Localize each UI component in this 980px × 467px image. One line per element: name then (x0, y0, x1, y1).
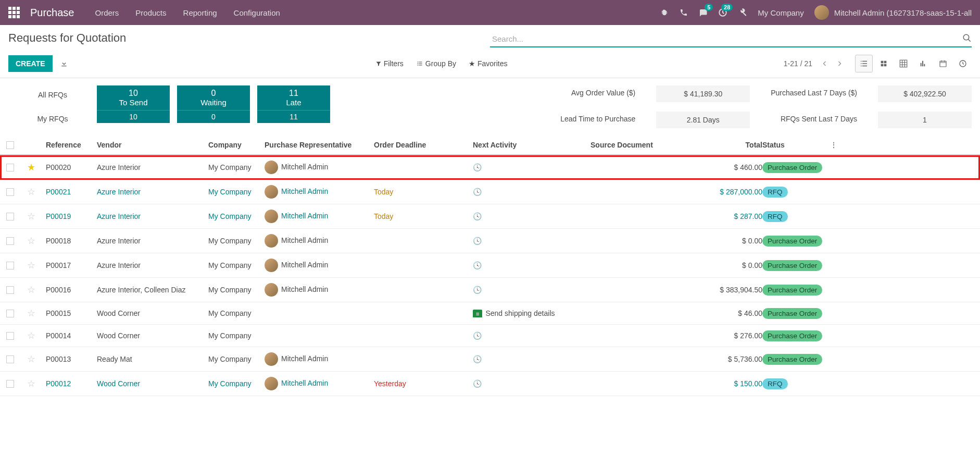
cell-vendor[interactable]: Wood Corner (97, 309, 208, 317)
col-vendor[interactable]: Vendor (97, 141, 208, 149)
groupby-button[interactable]: Group By (416, 59, 456, 68)
nav-orders[interactable]: Orders (95, 8, 119, 17)
cell-reference[interactable]: P00016 (46, 286, 97, 294)
star-icon[interactable]: ☆ (27, 187, 35, 197)
table-row[interactable]: ☆P00019Azure InteriorMy CompanyMitchell … (0, 204, 980, 229)
row-checkbox[interactable] (6, 380, 14, 388)
row-checkbox[interactable] (6, 213, 14, 220)
nav-configuration[interactable]: Configuration (234, 8, 280, 17)
clock-icon[interactable]: 🕓 (473, 212, 482, 220)
star-icon[interactable]: ☆ (27, 308, 35, 318)
cell-total[interactable]: $ 0.00 (715, 237, 762, 245)
cell-total[interactable]: $ 0.00 (715, 261, 762, 269)
cell-vendor[interactable]: Wood Corner (97, 379, 208, 388)
tile-my-waiting[interactable]: 0 (177, 110, 250, 123)
pager-next-icon[interactable] (834, 57, 845, 70)
my-rfqs-label[interactable]: My RFQs (8, 115, 97, 123)
create-button[interactable]: CREATE (8, 55, 53, 72)
search-input[interactable] (490, 31, 972, 47)
table-row[interactable]: ☆P00018Azure InteriorMy CompanyMitchell … (0, 229, 980, 253)
cell-activity[interactable]: 🕓 (473, 379, 590, 388)
cell-total[interactable]: $ 46.00 (715, 309, 762, 317)
col-options-icon[interactable]: ⋮ (830, 141, 838, 149)
search-icon[interactable] (962, 33, 972, 43)
row-checkbox[interactable] (6, 164, 14, 171)
cell-company[interactable]: My Company (208, 309, 265, 317)
nav-products[interactable]: Products (135, 8, 166, 17)
bug-icon[interactable] (660, 8, 669, 17)
tile-my-to-send[interactable]: 10 (97, 110, 170, 123)
cell-vendor[interactable]: Azure Interior (97, 261, 208, 269)
table-row[interactable]: ☆P00021Azure InteriorMy CompanyMitchell … (0, 180, 980, 204)
cell-rep[interactable]: Mitchell Admin (265, 185, 374, 199)
stat-purchased-7d-value[interactable]: $ 402,922.50 (878, 85, 972, 102)
cell-total[interactable]: $ 150.00 (715, 379, 762, 388)
cell-reference[interactable]: P00013 (46, 355, 97, 363)
clock-icon[interactable]: 🕓 (473, 379, 482, 388)
tile-to-send[interactable]: 10 To Send (97, 85, 170, 110)
stat-avg-order-value[interactable]: $ 41,189.30 (656, 85, 750, 102)
clock-icon[interactable]: 🕓 (473, 261, 482, 269)
col-company[interactable]: Company (208, 141, 265, 149)
favorites-button[interactable]: ★ Favorites (469, 59, 508, 68)
cell-rep[interactable]: Mitchell Admin (265, 234, 374, 248)
clock-icon[interactable]: 🕓 (473, 188, 482, 196)
cell-total[interactable]: $ 287,000.00 (715, 188, 762, 196)
row-checkbox[interactable] (6, 310, 14, 317)
table-row[interactable]: ☆P00013Ready MatMy CompanyMitchell Admin… (0, 347, 980, 372)
cell-total[interactable]: $ 383,904.50 (715, 286, 762, 294)
user-menu[interactable]: Mitchell Admin (16273178-saas-15-1-all (814, 5, 972, 20)
clock-icon[interactable]: 🕓 (473, 163, 482, 171)
tile-my-late[interactable]: 11 (257, 110, 330, 123)
cell-company[interactable]: My Company (208, 212, 265, 220)
tile-late[interactable]: 11 Late (257, 85, 330, 110)
cell-reference[interactable]: P00019 (46, 212, 97, 220)
cell-reference[interactable]: P00012 (46, 379, 97, 388)
view-pivot-icon[interactable] (895, 55, 912, 72)
cell-rep[interactable]: Mitchell Admin (265, 283, 374, 297)
cell-company[interactable]: My Company (208, 261, 265, 269)
clock-icon[interactable]: 🕓 (473, 331, 482, 340)
view-list-icon[interactable] (855, 55, 873, 72)
col-total[interactable]: Total (715, 141, 762, 149)
import-icon[interactable] (60, 59, 68, 68)
table-row[interactable]: ☆P00016Azure Interior, Colleen DiazMy Co… (0, 278, 980, 302)
cell-rep[interactable]: Mitchell Admin (265, 377, 374, 390)
cell-reference[interactable]: P00018 (46, 237, 97, 245)
cell-activity[interactable]: 🕓 (473, 331, 590, 340)
star-icon[interactable]: ☆ (27, 330, 35, 341)
cell-reference[interactable]: P00015 (46, 309, 97, 317)
cell-rep[interactable]: Mitchell Admin (265, 161, 374, 174)
activities-icon[interactable]: 28 (718, 8, 727, 17)
star-icon[interactable]: ★ (27, 162, 35, 173)
cell-company[interactable]: My Company (208, 379, 265, 388)
cell-company[interactable]: My Company (208, 355, 265, 363)
messages-icon[interactable]: 5 (698, 8, 708, 17)
nav-reporting[interactable]: Reporting (183, 8, 217, 17)
row-checkbox[interactable] (6, 188, 14, 196)
col-activity[interactable]: Next Activity (473, 141, 590, 149)
tools-icon[interactable] (738, 8, 747, 17)
all-rfqs-label[interactable]: All RFQs (8, 91, 97, 99)
cell-reference[interactable]: P00017 (46, 261, 97, 269)
cell-vendor[interactable]: Azure Interior (97, 188, 208, 196)
clock-icon[interactable]: 🕓 (473, 355, 482, 363)
star-icon[interactable]: ☆ (27, 211, 35, 222)
cell-activity[interactable]: 🕓 (473, 286, 590, 294)
cell-rep[interactable]: Mitchell Admin (265, 352, 374, 366)
table-row[interactable]: ☆P00015Wood CornerMy Company≡Send shippi… (0, 302, 980, 325)
cell-activity[interactable]: 🕓 (473, 212, 590, 220)
filters-button[interactable]: Filters (375, 59, 404, 68)
cell-vendor[interactable]: Azure Interior (97, 163, 208, 171)
pager-prev-icon[interactable] (820, 57, 830, 70)
cell-activity[interactable]: 🕓 (473, 163, 590, 171)
row-checkbox[interactable] (6, 262, 14, 269)
apps-icon[interactable] (8, 7, 20, 18)
tile-waiting[interactable]: 0 Waiting (177, 85, 250, 110)
col-deadline[interactable]: Order Deadline (374, 141, 473, 149)
star-icon[interactable]: ☆ (27, 236, 35, 246)
cell-vendor[interactable]: Azure Interior (97, 237, 208, 245)
cell-activity[interactable]: 🕓 (473, 261, 590, 269)
table-row[interactable]: ★P00020Azure InteriorMy CompanyMitchell … (0, 155, 980, 180)
cell-company[interactable]: My Company (208, 286, 265, 294)
